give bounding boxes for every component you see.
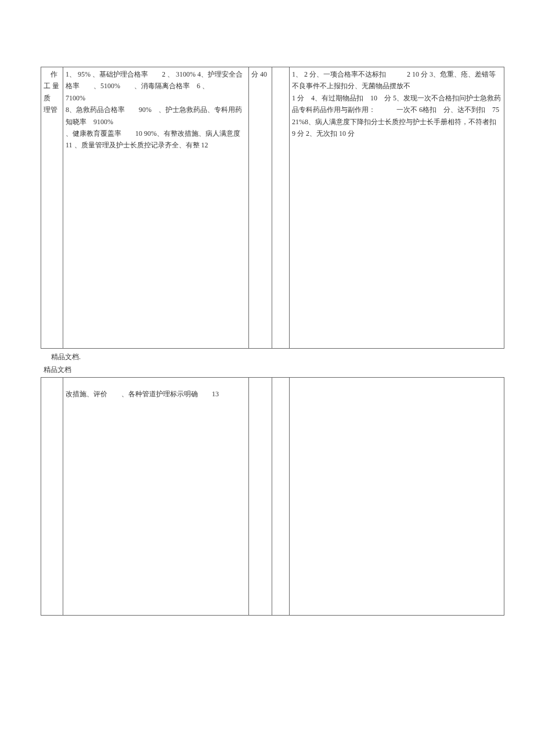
quality-table-1: 作工 量质 理管 1、 95% 、基础护理合格率 2 、 3100% 4、护理安…: [41, 67, 504, 349]
row2-deduction-cell: [290, 377, 504, 615]
page-header-2: 精品文档: [44, 364, 534, 375]
row2-standard-cell: 改措施、评价 、各种管道护理标示明确 13: [63, 377, 249, 615]
row1-standard-cell: 1、 95% 、基础护理合格率 2 、 3100% 4、护理安全合格率 、510…: [63, 67, 249, 349]
row1-standard-text: 1、 95% 、基础护理合格率 2 、 3100% 4、护理安全合格率 、510…: [66, 68, 246, 151]
quality-table-2: 改措施、评价 、各种管道护理标示明确 13: [41, 377, 504, 616]
row2-standard-text: 改措施、评价 、各种管道护理标示明确 13: [66, 379, 246, 400]
row1-category-text: 作工 量质 理管: [44, 68, 60, 116]
row2-category-cell: [41, 377, 63, 615]
row2-score-cell: [249, 377, 272, 615]
row1-blank-cell: [272, 67, 290, 349]
row2-blank-cell: [272, 377, 290, 615]
page-footer-1: 精品文档.: [51, 351, 534, 363]
row1-category-cell: 作工 量质 理管: [41, 67, 63, 349]
row1-deduction-cell: 1、 2 分、一项合格率不达标扣 2 10 分 3、危重、疮、差错等不良事件不上…: [290, 67, 504, 349]
row1-score-cell: 分 40: [249, 67, 272, 349]
row1-deduction-text: 1、 2 分、一项合格率不达标扣 2 10 分 3、危重、疮、差错等不良事件不上…: [292, 68, 501, 139]
row1-score-text: 分 40: [251, 68, 269, 80]
